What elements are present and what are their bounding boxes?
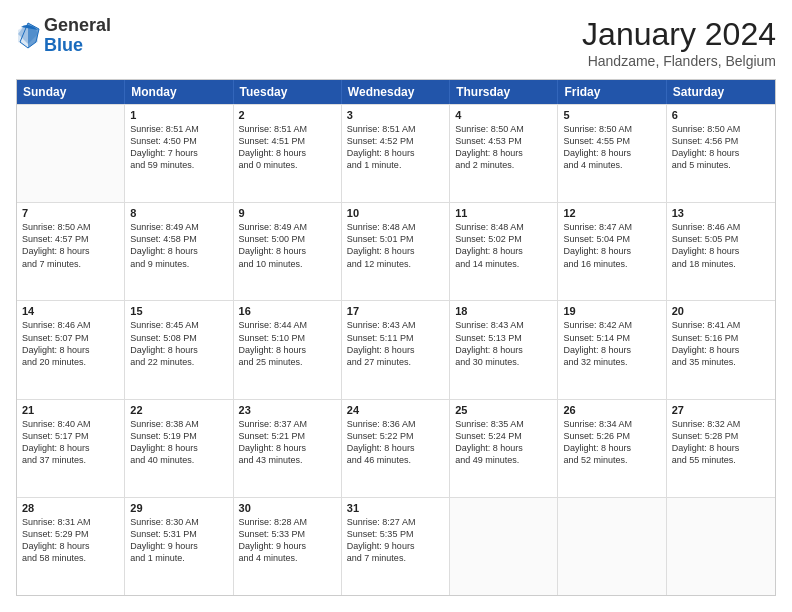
cell-info: Sunrise: 8:48 AM Sunset: 5:01 PM Dayligh…: [347, 221, 444, 270]
cell-info: Sunrise: 8:46 AM Sunset: 5:07 PM Dayligh…: [22, 319, 119, 368]
cell-info: Sunrise: 8:40 AM Sunset: 5:17 PM Dayligh…: [22, 418, 119, 467]
day-header-tuesday: Tuesday: [234, 80, 342, 104]
calendar-cell: 28Sunrise: 8:31 AM Sunset: 5:29 PM Dayli…: [17, 498, 125, 595]
logo-icon: [16, 22, 40, 50]
page: General Blue January 2024 Handzame, Flan…: [0, 0, 792, 612]
day-number: 14: [22, 305, 119, 317]
cell-info: Sunrise: 8:43 AM Sunset: 5:11 PM Dayligh…: [347, 319, 444, 368]
cell-info: Sunrise: 8:50 AM Sunset: 4:53 PM Dayligh…: [455, 123, 552, 172]
calendar-cell: 20Sunrise: 8:41 AM Sunset: 5:16 PM Dayli…: [667, 301, 775, 398]
calendar-cell: 1Sunrise: 8:51 AM Sunset: 4:50 PM Daylig…: [125, 105, 233, 202]
day-number: 16: [239, 305, 336, 317]
day-number: 15: [130, 305, 227, 317]
cell-info: Sunrise: 8:34 AM Sunset: 5:26 PM Dayligh…: [563, 418, 660, 467]
day-number: 26: [563, 404, 660, 416]
logo-text: General Blue: [44, 16, 111, 56]
calendar-cell: 3Sunrise: 8:51 AM Sunset: 4:52 PM Daylig…: [342, 105, 450, 202]
logo-general-text: General: [44, 15, 111, 35]
day-number: 31: [347, 502, 444, 514]
day-number: 29: [130, 502, 227, 514]
calendar-row-3: 21Sunrise: 8:40 AM Sunset: 5:17 PM Dayli…: [17, 399, 775, 497]
calendar-cell: 19Sunrise: 8:42 AM Sunset: 5:14 PM Dayli…: [558, 301, 666, 398]
day-header-monday: Monday: [125, 80, 233, 104]
calendar-body: 1Sunrise: 8:51 AM Sunset: 4:50 PM Daylig…: [17, 104, 775, 595]
day-header-friday: Friday: [558, 80, 666, 104]
cell-info: Sunrise: 8:35 AM Sunset: 5:24 PM Dayligh…: [455, 418, 552, 467]
day-number: 6: [672, 109, 770, 121]
day-number: 5: [563, 109, 660, 121]
cell-info: Sunrise: 8:36 AM Sunset: 5:22 PM Dayligh…: [347, 418, 444, 467]
day-number: 10: [347, 207, 444, 219]
calendar-cell: 17Sunrise: 8:43 AM Sunset: 5:11 PM Dayli…: [342, 301, 450, 398]
day-number: 27: [672, 404, 770, 416]
cell-info: Sunrise: 8:31 AM Sunset: 5:29 PM Dayligh…: [22, 516, 119, 565]
cell-info: Sunrise: 8:30 AM Sunset: 5:31 PM Dayligh…: [130, 516, 227, 565]
calendar-cell: 31Sunrise: 8:27 AM Sunset: 5:35 PM Dayli…: [342, 498, 450, 595]
cell-info: Sunrise: 8:49 AM Sunset: 5:00 PM Dayligh…: [239, 221, 336, 270]
day-number: 19: [563, 305, 660, 317]
day-number: 23: [239, 404, 336, 416]
day-header-wednesday: Wednesday: [342, 80, 450, 104]
calendar-cell: 4Sunrise: 8:50 AM Sunset: 4:53 PM Daylig…: [450, 105, 558, 202]
day-number: 8: [130, 207, 227, 219]
day-number: 13: [672, 207, 770, 219]
month-title: January 2024: [582, 16, 776, 53]
calendar-cell: 6Sunrise: 8:50 AM Sunset: 4:56 PM Daylig…: [667, 105, 775, 202]
logo-blue-text: Blue: [44, 35, 83, 55]
cell-info: Sunrise: 8:42 AM Sunset: 5:14 PM Dayligh…: [563, 319, 660, 368]
day-header-sunday: Sunday: [17, 80, 125, 104]
day-header-saturday: Saturday: [667, 80, 775, 104]
day-number: 24: [347, 404, 444, 416]
calendar-cell: 27Sunrise: 8:32 AM Sunset: 5:28 PM Dayli…: [667, 400, 775, 497]
cell-info: Sunrise: 8:45 AM Sunset: 5:08 PM Dayligh…: [130, 319, 227, 368]
calendar-cell: 16Sunrise: 8:44 AM Sunset: 5:10 PM Dayli…: [234, 301, 342, 398]
cell-info: Sunrise: 8:37 AM Sunset: 5:21 PM Dayligh…: [239, 418, 336, 467]
cell-info: Sunrise: 8:28 AM Sunset: 5:33 PM Dayligh…: [239, 516, 336, 565]
cell-info: Sunrise: 8:32 AM Sunset: 5:28 PM Dayligh…: [672, 418, 770, 467]
calendar-cell: [450, 498, 558, 595]
calendar-cell: 30Sunrise: 8:28 AM Sunset: 5:33 PM Dayli…: [234, 498, 342, 595]
calendar-cell: [17, 105, 125, 202]
cell-info: Sunrise: 8:46 AM Sunset: 5:05 PM Dayligh…: [672, 221, 770, 270]
calendar-cell: 18Sunrise: 8:43 AM Sunset: 5:13 PM Dayli…: [450, 301, 558, 398]
calendar-cell: 13Sunrise: 8:46 AM Sunset: 5:05 PM Dayli…: [667, 203, 775, 300]
day-number: 11: [455, 207, 552, 219]
cell-info: Sunrise: 8:47 AM Sunset: 5:04 PM Dayligh…: [563, 221, 660, 270]
calendar-cell: 2Sunrise: 8:51 AM Sunset: 4:51 PM Daylig…: [234, 105, 342, 202]
calendar: SundayMondayTuesdayWednesdayThursdayFrid…: [16, 79, 776, 596]
day-number: 17: [347, 305, 444, 317]
cell-info: Sunrise: 8:48 AM Sunset: 5:02 PM Dayligh…: [455, 221, 552, 270]
calendar-cell: 24Sunrise: 8:36 AM Sunset: 5:22 PM Dayli…: [342, 400, 450, 497]
title-block: January 2024 Handzame, Flanders, Belgium: [582, 16, 776, 69]
calendar-cell: 9Sunrise: 8:49 AM Sunset: 5:00 PM Daylig…: [234, 203, 342, 300]
calendar-cell: 23Sunrise: 8:37 AM Sunset: 5:21 PM Dayli…: [234, 400, 342, 497]
logo: General Blue: [16, 16, 111, 56]
cell-info: Sunrise: 8:50 AM Sunset: 4:56 PM Dayligh…: [672, 123, 770, 172]
cell-info: Sunrise: 8:38 AM Sunset: 5:19 PM Dayligh…: [130, 418, 227, 467]
calendar-row-2: 14Sunrise: 8:46 AM Sunset: 5:07 PM Dayli…: [17, 300, 775, 398]
calendar-cell: 25Sunrise: 8:35 AM Sunset: 5:24 PM Dayli…: [450, 400, 558, 497]
calendar-cell: 12Sunrise: 8:47 AM Sunset: 5:04 PM Dayli…: [558, 203, 666, 300]
cell-info: Sunrise: 8:49 AM Sunset: 4:58 PM Dayligh…: [130, 221, 227, 270]
calendar-cell: 14Sunrise: 8:46 AM Sunset: 5:07 PM Dayli…: [17, 301, 125, 398]
calendar-header: SundayMondayTuesdayWednesdayThursdayFrid…: [17, 80, 775, 104]
cell-info: Sunrise: 8:27 AM Sunset: 5:35 PM Dayligh…: [347, 516, 444, 565]
cell-info: Sunrise: 8:51 AM Sunset: 4:51 PM Dayligh…: [239, 123, 336, 172]
day-number: 20: [672, 305, 770, 317]
header: General Blue January 2024 Handzame, Flan…: [16, 16, 776, 69]
day-number: 30: [239, 502, 336, 514]
day-number: 21: [22, 404, 119, 416]
day-number: 28: [22, 502, 119, 514]
cell-info: Sunrise: 8:50 AM Sunset: 4:55 PM Dayligh…: [563, 123, 660, 172]
day-number: 12: [563, 207, 660, 219]
calendar-cell: 5Sunrise: 8:50 AM Sunset: 4:55 PM Daylig…: [558, 105, 666, 202]
calendar-cell: 22Sunrise: 8:38 AM Sunset: 5:19 PM Dayli…: [125, 400, 233, 497]
calendar-cell: 29Sunrise: 8:30 AM Sunset: 5:31 PM Dayli…: [125, 498, 233, 595]
calendar-row-1: 7Sunrise: 8:50 AM Sunset: 4:57 PM Daylig…: [17, 202, 775, 300]
calendar-cell: 7Sunrise: 8:50 AM Sunset: 4:57 PM Daylig…: [17, 203, 125, 300]
calendar-cell: 11Sunrise: 8:48 AM Sunset: 5:02 PM Dayli…: [450, 203, 558, 300]
location-subtitle: Handzame, Flanders, Belgium: [582, 53, 776, 69]
day-number: 9: [239, 207, 336, 219]
day-number: 3: [347, 109, 444, 121]
cell-info: Sunrise: 8:44 AM Sunset: 5:10 PM Dayligh…: [239, 319, 336, 368]
